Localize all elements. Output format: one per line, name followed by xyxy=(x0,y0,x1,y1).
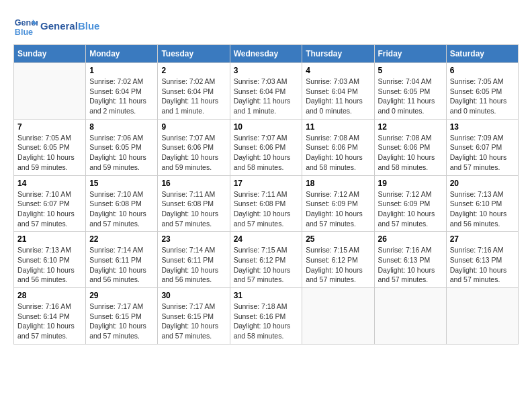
day-number: 15 xyxy=(89,179,154,188)
day-info: Sunrise: 7:03 AMSunset: 6:04 PMDaylight:… xyxy=(306,77,370,116)
day-info: Sunrise: 7:06 AMSunset: 6:05 PMDaylight:… xyxy=(89,133,154,173)
calendar-cell xyxy=(446,288,518,345)
calendar-cell: 1Sunrise: 7:02 AMSunset: 6:04 PMDaylight… xyxy=(86,63,158,120)
day-info: Sunrise: 7:13 AMSunset: 6:10 PMDaylight:… xyxy=(17,245,82,285)
weekday-header-saturday: Saturday xyxy=(446,45,518,63)
week-row-4: 21Sunrise: 7:13 AMSunset: 6:10 PMDayligh… xyxy=(14,232,519,288)
day-info: Sunrise: 7:10 AMSunset: 6:07 PMDaylight:… xyxy=(17,189,82,229)
calendar-cell: 30Sunrise: 7:17 AMSunset: 6:15 PMDayligh… xyxy=(158,288,230,345)
calendar-cell: 20Sunrise: 7:13 AMSunset: 6:10 PMDayligh… xyxy=(446,175,518,232)
day-number: 13 xyxy=(450,122,515,132)
day-info: Sunrise: 7:16 AMSunset: 6:13 PMDaylight:… xyxy=(450,245,515,285)
calendar-table: SundayMondayTuesdayWednesdayThursdayFrid… xyxy=(13,44,519,345)
day-number: 29 xyxy=(89,291,154,300)
day-info: Sunrise: 7:14 AMSunset: 6:11 PMDaylight:… xyxy=(161,245,226,285)
calendar-cell: 15Sunrise: 7:10 AMSunset: 6:08 PMDayligh… xyxy=(86,175,158,232)
day-number: 4 xyxy=(306,66,370,75)
calendar-cell xyxy=(14,63,86,120)
weekday-header-friday: Friday xyxy=(374,45,446,63)
calendar-cell: 12Sunrise: 7:08 AMSunset: 6:06 PMDayligh… xyxy=(374,119,446,175)
calendar-cell: 5Sunrise: 7:04 AMSunset: 6:05 PMDaylight… xyxy=(374,63,446,120)
day-number: 22 xyxy=(89,234,154,244)
calendar-cell: 13Sunrise: 7:09 AMSunset: 6:07 PMDayligh… xyxy=(446,119,518,175)
day-info: Sunrise: 7:12 AMSunset: 6:09 PMDaylight:… xyxy=(378,189,443,229)
calendar-cell: 9Sunrise: 7:07 AMSunset: 6:06 PMDaylight… xyxy=(158,119,230,175)
day-number: 5 xyxy=(378,66,443,75)
calendar-cell: 18Sunrise: 7:12 AMSunset: 6:09 PMDayligh… xyxy=(302,175,374,232)
page-header: General Blue GeneralBlue xyxy=(13,13,519,38)
calendar-cell: 7Sunrise: 7:05 AMSunset: 6:05 PMDaylight… xyxy=(14,119,86,175)
day-number: 12 xyxy=(378,122,443,132)
calendar-cell: 21Sunrise: 7:13 AMSunset: 6:10 PMDayligh… xyxy=(14,232,86,288)
day-info: Sunrise: 7:09 AMSunset: 6:07 PMDaylight:… xyxy=(450,133,515,173)
calendar-cell: 25Sunrise: 7:15 AMSunset: 6:12 PMDayligh… xyxy=(302,232,374,288)
weekday-header-tuesday: Tuesday xyxy=(158,45,230,63)
calendar-cell: 17Sunrise: 7:11 AMSunset: 6:08 PMDayligh… xyxy=(230,175,302,232)
day-info: Sunrise: 7:07 AMSunset: 6:06 PMDaylight:… xyxy=(161,133,226,173)
calendar-cell: 11Sunrise: 7:08 AMSunset: 6:06 PMDayligh… xyxy=(302,119,374,175)
calendar-cell: 14Sunrise: 7:10 AMSunset: 6:07 PMDayligh… xyxy=(14,175,86,232)
day-info: Sunrise: 7:03 AMSunset: 6:04 PMDaylight:… xyxy=(234,77,299,116)
calendar-cell: 22Sunrise: 7:14 AMSunset: 6:11 PMDayligh… xyxy=(86,232,158,288)
svg-text:Blue: Blue xyxy=(15,28,33,37)
day-number: 25 xyxy=(306,234,370,244)
day-number: 9 xyxy=(161,122,226,132)
week-row-5: 28Sunrise: 7:16 AMSunset: 6:14 PMDayligh… xyxy=(14,288,519,345)
weekday-header-row: SundayMondayTuesdayWednesdayThursdayFrid… xyxy=(14,45,519,63)
day-info: Sunrise: 7:11 AMSunset: 6:08 PMDaylight:… xyxy=(234,189,299,229)
day-info: Sunrise: 7:15 AMSunset: 6:12 PMDaylight:… xyxy=(234,245,299,285)
day-number: 19 xyxy=(378,179,443,188)
day-number: 20 xyxy=(450,179,515,188)
day-number: 28 xyxy=(17,291,82,300)
day-info: Sunrise: 7:08 AMSunset: 6:06 PMDaylight:… xyxy=(306,133,370,173)
day-info: Sunrise: 7:02 AMSunset: 6:04 PMDaylight:… xyxy=(161,77,226,116)
day-info: Sunrise: 7:08 AMSunset: 6:06 PMDaylight:… xyxy=(378,133,443,173)
day-number: 6 xyxy=(450,66,515,75)
day-number: 18 xyxy=(306,179,370,188)
day-number: 23 xyxy=(161,234,226,244)
day-info: Sunrise: 7:02 AMSunset: 6:04 PMDaylight:… xyxy=(89,77,154,116)
calendar-cell: 29Sunrise: 7:17 AMSunset: 6:15 PMDayligh… xyxy=(86,288,158,345)
day-number: 7 xyxy=(17,122,82,132)
day-number: 14 xyxy=(17,179,82,188)
day-number: 24 xyxy=(234,234,299,244)
day-number: 27 xyxy=(450,234,515,244)
day-number: 3 xyxy=(234,66,299,75)
calendar-cell: 16Sunrise: 7:11 AMSunset: 6:08 PMDayligh… xyxy=(158,175,230,232)
day-number: 30 xyxy=(161,291,226,300)
day-info: Sunrise: 7:07 AMSunset: 6:06 PMDaylight:… xyxy=(234,133,299,173)
week-row-1: 1Sunrise: 7:02 AMSunset: 6:04 PMDaylight… xyxy=(14,63,519,120)
day-number: 16 xyxy=(161,179,226,188)
calendar-cell: 3Sunrise: 7:03 AMSunset: 6:04 PMDaylight… xyxy=(230,63,302,120)
calendar-cell: 10Sunrise: 7:07 AMSunset: 6:06 PMDayligh… xyxy=(230,119,302,175)
logo-icon: General Blue xyxy=(13,13,38,38)
day-info: Sunrise: 7:16 AMSunset: 6:13 PMDaylight:… xyxy=(378,245,443,285)
day-number: 31 xyxy=(234,291,299,300)
day-number: 2 xyxy=(161,66,226,75)
calendar-cell: 8Sunrise: 7:06 AMSunset: 6:05 PMDaylight… xyxy=(86,119,158,175)
calendar-cell xyxy=(374,288,446,345)
day-info: Sunrise: 7:13 AMSunset: 6:10 PMDaylight:… xyxy=(450,189,515,229)
calendar-cell: 27Sunrise: 7:16 AMSunset: 6:13 PMDayligh… xyxy=(446,232,518,288)
calendar-cell: 2Sunrise: 7:02 AMSunset: 6:04 PMDaylight… xyxy=(158,63,230,120)
calendar-cell: 6Sunrise: 7:05 AMSunset: 6:05 PMDaylight… xyxy=(446,63,518,120)
calendar-cell: 4Sunrise: 7:03 AMSunset: 6:04 PMDaylight… xyxy=(302,63,374,120)
week-row-2: 7Sunrise: 7:05 AMSunset: 6:05 PMDaylight… xyxy=(14,119,519,175)
day-info: Sunrise: 7:17 AMSunset: 6:15 PMDaylight:… xyxy=(89,302,154,341)
weekday-header-wednesday: Wednesday xyxy=(230,45,302,63)
day-info: Sunrise: 7:05 AMSunset: 6:05 PMDaylight:… xyxy=(17,133,82,173)
day-number: 8 xyxy=(89,122,154,132)
logo: General Blue GeneralBlue xyxy=(13,13,99,38)
weekday-header-monday: Monday xyxy=(86,45,158,63)
day-info: Sunrise: 7:15 AMSunset: 6:12 PMDaylight:… xyxy=(306,245,370,285)
day-number: 11 xyxy=(306,122,370,132)
weekday-header-sunday: Sunday xyxy=(14,45,86,63)
calendar-cell: 26Sunrise: 7:16 AMSunset: 6:13 PMDayligh… xyxy=(374,232,446,288)
calendar-cell: 23Sunrise: 7:14 AMSunset: 6:11 PMDayligh… xyxy=(158,232,230,288)
day-info: Sunrise: 7:05 AMSunset: 6:05 PMDaylight:… xyxy=(450,77,515,116)
day-info: Sunrise: 7:12 AMSunset: 6:09 PMDaylight:… xyxy=(306,189,370,229)
calendar-cell: 31Sunrise: 7:18 AMSunset: 6:16 PMDayligh… xyxy=(230,288,302,345)
day-info: Sunrise: 7:10 AMSunset: 6:08 PMDaylight:… xyxy=(89,189,154,229)
day-info: Sunrise: 7:11 AMSunset: 6:08 PMDaylight:… xyxy=(161,189,226,229)
calendar-cell: 24Sunrise: 7:15 AMSunset: 6:12 PMDayligh… xyxy=(230,232,302,288)
